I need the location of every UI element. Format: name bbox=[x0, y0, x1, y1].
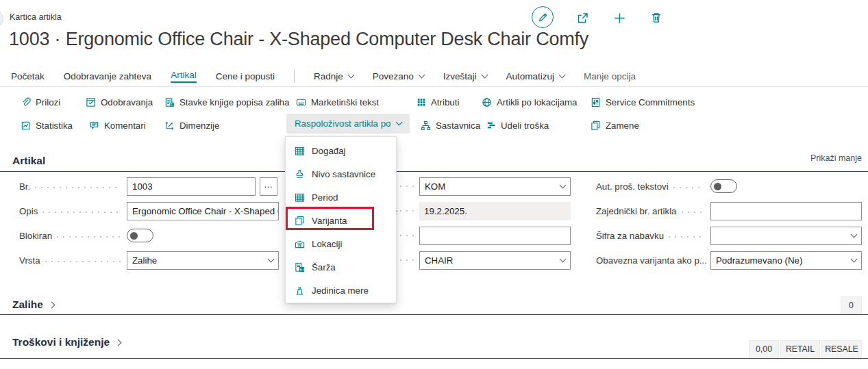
raspolozivost-artikla-po-menu-button[interactable]: Raspoloživost artikla po bbox=[286, 114, 410, 133]
attributes-icon bbox=[417, 97, 426, 107]
dropdown-item-label: Period bbox=[312, 192, 338, 203]
menu-izvestaji[interactable]: Izveštaji bbox=[443, 71, 487, 81]
section-zalihe-header[interactable]: Zalihe bbox=[12, 298, 54, 311]
action-dimenzije[interactable]: Dimenzije bbox=[164, 117, 219, 133]
action-atributi[interactable]: Atributi bbox=[417, 94, 459, 110]
fewer-options-link[interactable]: Manje opcija bbox=[584, 71, 636, 81]
action-label: Udeli troška bbox=[501, 120, 549, 131]
assist-edit-button[interactable]: … bbox=[260, 177, 277, 196]
ledger-entries-icon bbox=[164, 97, 175, 107]
action-service-commitments[interactable]: Service Commitments bbox=[591, 94, 695, 110]
menu-radnje[interactable]: Radnje bbox=[314, 71, 354, 81]
tab-artikal[interactable]: Artikal bbox=[171, 70, 197, 83]
share-icon bbox=[576, 12, 589, 25]
dropdown-item-sarza[interactable]: Šarža bbox=[286, 255, 396, 279]
page-title: 1003 · Ergonomic Office Chair - X-Shaped… bbox=[9, 29, 588, 50]
chevron-down-icon bbox=[851, 256, 858, 263]
blokiran-toggle[interactable] bbox=[127, 229, 153, 242]
dropdown-item-lokaciji[interactable]: Lokaciji bbox=[286, 232, 396, 255]
show-less-link[interactable]: Prikaži manje bbox=[810, 153, 862, 163]
dropdown-item-nivo-sastavnice[interactable]: Nivo sastavnice bbox=[286, 162, 396, 186]
location-icon bbox=[295, 239, 305, 249]
action-prilozi[interactable]: Prilozi bbox=[21, 94, 60, 110]
action-label: Service Commitments bbox=[606, 97, 695, 107]
marketing-text-icon bbox=[296, 97, 306, 107]
action-label: Statistika bbox=[36, 120, 73, 131]
field-value: Zalihe bbox=[132, 255, 157, 266]
date-readonly-field: 19.2.2025. bbox=[419, 202, 571, 220]
base-unit-select[interactable]: KOM bbox=[419, 177, 571, 196]
menu-button-label: Raspoloživost artikla po bbox=[295, 118, 390, 129]
dropdown-item-dogadjaj[interactable]: Događaj bbox=[286, 139, 396, 162]
action-artikli-po-lokacijama[interactable]: Artikli po lokacijama bbox=[482, 94, 578, 110]
action-label: Komentari bbox=[104, 120, 146, 131]
vrsta-select[interactable]: Zalihe bbox=[127, 251, 279, 270]
chevron-down-icon bbox=[560, 256, 567, 263]
action-sastavnica[interactable]: Sastavnica bbox=[421, 117, 480, 133]
dotted-leader bbox=[57, 236, 121, 238]
action-odobravanja[interactable]: Odobravanja bbox=[86, 94, 153, 110]
unit-of-measure-icon bbox=[295, 285, 305, 296]
tab-odobravanje-zahteva[interactable]: Odobravanje zahteva bbox=[64, 71, 151, 81]
pencil-icon bbox=[537, 12, 549, 23]
menu-povezano[interactable]: Povezano bbox=[373, 71, 424, 81]
sifra-za-nabavku-select[interactable] bbox=[710, 227, 862, 245]
edit-button[interactable] bbox=[532, 6, 554, 28]
category-select[interactable]: CHAIR bbox=[419, 251, 571, 270]
field-label-br: Br. bbox=[19, 177, 123, 196]
bom-level-icon bbox=[295, 169, 305, 179]
middle-empty-input[interactable] bbox=[419, 227, 571, 245]
dropdown-item-label: Nivo sastavnice bbox=[312, 169, 375, 179]
label-text: Vrsta bbox=[19, 255, 40, 266]
delete-button[interactable] bbox=[649, 10, 664, 25]
action-statistika[interactable]: Statistika bbox=[21, 117, 73, 133]
label-text: Blokiran bbox=[19, 231, 52, 241]
zalihe-summary-badge[interactable]: 0 bbox=[841, 296, 862, 314]
dotted-leader bbox=[400, 210, 415, 212]
action-label: Atributi bbox=[431, 97, 459, 107]
chevron-down-icon bbox=[347, 71, 354, 78]
action-zamene[interactable]: Zamene bbox=[591, 117, 639, 133]
action-label: Dimenzije bbox=[179, 120, 219, 131]
br-input[interactable]: 1003 bbox=[127, 177, 256, 196]
field-value: Ergonomic Office Chair - X-Shaped Co bbox=[132, 206, 279, 216]
opis-input[interactable]: Ergonomic Office Chair - X-Shaped Co bbox=[127, 202, 279, 220]
back-button-partial[interactable] bbox=[0, 10, 3, 27]
cost-shares-icon bbox=[486, 120, 496, 130]
action-udeli-troska[interactable]: Udeli troška bbox=[486, 117, 549, 133]
page-caption: Kartica artikla bbox=[10, 12, 62, 22]
obavezna-varijanta-select[interactable]: Podrazumevano (Ne) bbox=[710, 251, 862, 270]
zajednicki-br-artikla-input[interactable] bbox=[710, 202, 862, 220]
section-title-text: Artikal bbox=[12, 155, 45, 167]
tab-pocetak[interactable]: Početak bbox=[11, 71, 45, 81]
label-text: Br. bbox=[19, 181, 30, 192]
dotted-leader bbox=[35, 187, 121, 188]
action-stavke-knjige-popisa-zaliha[interactable]: Stavke knjige popisa zaliha bbox=[164, 94, 289, 110]
highlight-box bbox=[286, 207, 374, 230]
menu-automatizuj[interactable]: Automatizuj bbox=[506, 71, 565, 81]
section-divider bbox=[0, 171, 868, 172]
tab-cene-i-popusti[interactable]: Cene i popusti bbox=[216, 71, 275, 81]
gen-prod-posting-group-badge[interactable]: RETAIL bbox=[780, 340, 820, 358]
new-button[interactable] bbox=[612, 10, 627, 25]
toggle-knob bbox=[714, 183, 721, 190]
aut-pros-tekstovi-toggle[interactable] bbox=[710, 179, 737, 193]
action-label: Odobravanja bbox=[101, 97, 153, 107]
action-label: Artikli po lokacijama bbox=[497, 97, 578, 107]
action-label: Marketinški tekst bbox=[311, 97, 379, 107]
action-komentari[interactable]: Komentari bbox=[89, 117, 146, 133]
share-button[interactable] bbox=[575, 10, 590, 25]
badge-value: RESALE bbox=[825, 344, 858, 354]
dropdown-item-label: Lokaciji bbox=[312, 239, 342, 249]
action-marketinski-tekst[interactable]: Marketinški tekst bbox=[296, 94, 379, 110]
cost-summary-badge[interactable]: 0,00 bbox=[749, 340, 779, 358]
chevron-down-icon bbox=[418, 71, 425, 78]
inventory-posting-group-badge[interactable]: RESALE bbox=[821, 340, 862, 358]
dropdown-item-period[interactable]: Period bbox=[286, 186, 396, 209]
dropdown-item-jedinica-mere[interactable]: Jedinica mere bbox=[286, 279, 396, 302]
action-label: Sastavnica bbox=[436, 120, 480, 131]
field-value: 1003 bbox=[132, 181, 153, 192]
section-troskovi-header[interactable]: Troškovi i knjiženje bbox=[12, 336, 121, 348]
lot-icon bbox=[295, 262, 305, 272]
ellipsis-icon: … bbox=[264, 179, 273, 190]
